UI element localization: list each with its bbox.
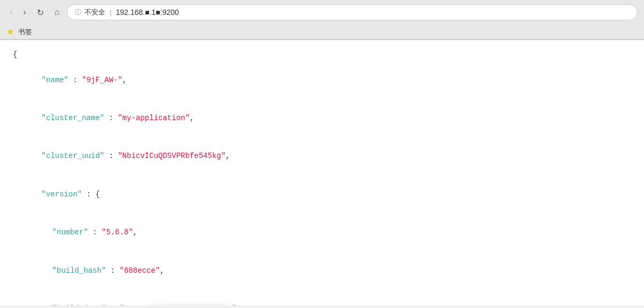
cluster-name-key: "cluster_name" xyxy=(42,114,105,122)
name-value: "9jF_AW-" xyxy=(82,76,122,84)
cluster-uuid-line: "cluster_uuid" : "NbicvICuQDSVPRbfe545kg… xyxy=(24,138,631,176)
bookmarks-bar: ★ 书签 xyxy=(0,25,644,40)
bookmarks-label: 书签 xyxy=(18,27,32,37)
cluster-uuid-key: "cluster_uuid" xyxy=(42,152,105,160)
open-brace: { xyxy=(13,49,631,61)
security-label: 不安全 xyxy=(84,7,105,17)
name-key: "name" xyxy=(42,76,68,84)
cluster-uuid-value: "NbicvICuQDSVPRbfe545kg" xyxy=(118,152,226,160)
build-hash-value: "688ecce" xyxy=(120,266,160,275)
version-key: "version" xyxy=(42,190,82,199)
address-text: 192.168.■.1■:9200 xyxy=(116,8,179,17)
address-bar[interactable]: ⓘ 不安全 | 192.168.■.1■:9200 xyxy=(67,4,638,20)
separator: | xyxy=(110,9,111,17)
build-date-value: "2018-01 xxxxxxxxxxxxxxxz" xyxy=(120,304,236,305)
build-date-key: "build_date" xyxy=(52,304,106,305)
version-line: "version" : { xyxy=(24,176,631,214)
back-button[interactable]: ‹ xyxy=(6,5,15,19)
build-hash-key: "build_hash" xyxy=(52,266,106,275)
build-date-line: "build_date" : "2018-01 xxxxxxxxxxxxxxxz… xyxy=(34,290,631,305)
forward-button[interactable]: › xyxy=(20,5,29,19)
cluster-name-line: "cluster_name" : "my-application", xyxy=(24,99,631,137)
number-line: "number" : "5.6.8", xyxy=(34,214,631,251)
build-hash-line: "build_hash" : "688ecce", xyxy=(34,252,631,290)
security-icon: ⓘ xyxy=(75,8,81,17)
number-value: "5.6.8" xyxy=(102,228,133,236)
nav-bar: ‹ › ↻ ⌂ ⓘ 不安全 | 192.168.■.1■:9200 xyxy=(0,0,644,25)
star-icon: ★ xyxy=(6,27,14,37)
reload-button[interactable]: ↻ xyxy=(34,5,47,20)
home-button[interactable]: ⌂ xyxy=(51,5,63,19)
browser-chrome: ‹ › ↻ ⌂ ⓘ 不安全 | 192.168.■.1■:9200 ★ 书签 xyxy=(0,0,644,40)
cluster-name-value: "my-application" xyxy=(118,114,189,122)
content-area: { "name" : "9jF_AW-", "cluster_name" : "… xyxy=(0,40,644,305)
name-line: "name" : "9jF_AW-", xyxy=(24,61,631,99)
number-key: "number" xyxy=(52,228,88,236)
